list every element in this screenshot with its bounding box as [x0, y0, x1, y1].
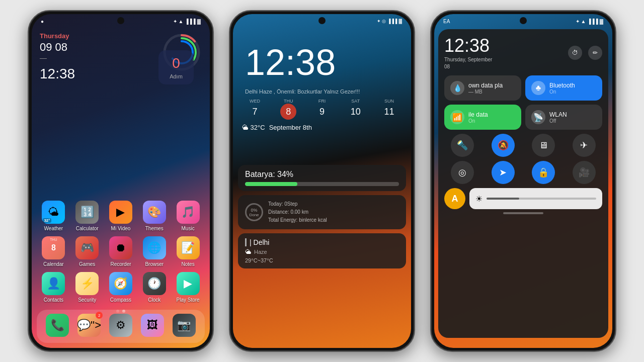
battery-lock: ▓: [398, 19, 402, 24]
cc-tile-grid-1: 💧 own data pla — MB ♣ Bluetooth On: [444, 75, 602, 101]
step-count: 0: [166, 55, 187, 71]
app-music[interactable]: 🎵 Music: [173, 201, 203, 231]
calendar-weather-row: 🌥 32°C September 8th: [238, 122, 406, 133]
app-calculator[interactable]: 🔢 Calculator: [72, 201, 102, 231]
mivideo-label: Mi Video: [111, 226, 131, 231]
app-clock[interactable]: 🕐 Clock: [139, 272, 170, 303]
app-playstore[interactable]: ▶ Play Store: [173, 272, 203, 303]
cc-flashlight-small-btn[interactable]: ⏱: [568, 46, 582, 60]
security-icon: ⚡: [75, 272, 99, 295]
dnd-btn[interactable]: ◎: [451, 161, 474, 184]
data-tile-label: own data pla: [468, 82, 503, 89]
bt-icon: ✦: [173, 19, 177, 24]
wlan-icon: 📡: [531, 110, 545, 124]
steps-widget: 0% Done Today: 0Step Distance: 0.00 km T…: [238, 195, 406, 229]
app-security[interactable]: ⚡ Security: [72, 272, 102, 303]
cc-tile-wlan[interactable]: 📡 WLAN Off: [525, 105, 602, 130]
user-avatar[interactable]: A: [444, 188, 465, 209]
weather-label: Weather: [44, 226, 63, 231]
brightness-slider[interactable]: ☀: [469, 188, 602, 209]
mivideo-icon: ▶: [109, 201, 132, 224]
airplane-btn[interactable]: ✈: [573, 134, 596, 157]
data-tile-sub: — MB: [468, 89, 503, 95]
cc-icon-row-2: ◎ ➤ 🔒 🎥: [444, 161, 602, 184]
video-btn[interactable]: 🎥: [573, 161, 596, 184]
security-label: Security: [78, 297, 96, 303]
app-themes[interactable]: 🎨 Themes: [139, 201, 170, 231]
gallery-icon: 🖼: [141, 314, 164, 337]
punch-hole-3: [520, 17, 527, 24]
wlan-sub: Off: [549, 118, 567, 124]
games-label: Games: [79, 261, 95, 267]
app-recorder[interactable]: ⏺ Recorder: [106, 236, 136, 267]
recorder-label: Recorder: [110, 261, 131, 267]
home-indicator: [503, 212, 543, 214]
wlan-label: WLAN: [549, 111, 567, 118]
steps-details: Today: 0Step Distance: 0.00 km Total Ene…: [268, 200, 327, 224]
app-contacts[interactable]: 👤 Contacts: [38, 272, 68, 303]
app-row-3: 👤 Contacts ⚡ Security 🧭 Compass 🕐 Clock …: [37, 272, 205, 303]
bt-icon-cc: ✦: [576, 19, 580, 24]
music-label: Music: [182, 226, 195, 231]
phone-lock: ✦ ◎ ▐▐▐ ▓ 12:38 Delhi Haze , Önemli: Boz…: [229, 10, 415, 352]
date-number: 09 08: [40, 41, 75, 54]
cc-top-icons: ⏱ ✏: [568, 46, 602, 60]
cc-tile-bluetooth[interactable]: ♣ Bluetooth On: [525, 75, 602, 101]
signal-cc: ▐▐▐: [587, 19, 598, 24]
mute-btn[interactable]: 🔕: [492, 134, 515, 157]
battery-icon: ▓: [197, 19, 201, 24]
clock-label: Clock: [148, 297, 160, 303]
cc-tile-grid-2: 📶 ile data On 📡 WLAN Off: [444, 105, 602, 130]
calculator-icon: 🔢: [75, 201, 99, 224]
cal-day-fri: FRI 9: [311, 99, 333, 120]
phone-lock-screen: ✦ ◎ ▐▐▐ ▓ 12:38 Delhi Haze , Önemli: Boz…: [233, 14, 411, 348]
dock-messenger[interactable]: 💬"> 2: [74, 314, 104, 339]
music-icon: 🎵: [177, 201, 200, 224]
cc-date: Thursday, September08: [444, 56, 492, 70]
app-notes[interactable]: 📝 Notes: [173, 236, 203, 267]
cc-tile-data[interactable]: 💧 own data pla — MB: [444, 75, 521, 101]
data-tile-icon: 💧: [450, 81, 464, 95]
cc-edit-btn[interactable]: ✏: [588, 46, 602, 60]
app-row-1: 🌤 32° Weather 🔢 Calculator ▶ Mi Video 🎨 …: [37, 201, 205, 231]
dock-settings[interactable]: ⚙: [106, 314, 136, 339]
flashlight-btn[interactable]: 🔦: [451, 134, 474, 157]
app-browser[interactable]: 🌐 Browser: [139, 236, 170, 267]
steps-distance: Distance: 0.00 km: [268, 208, 327, 216]
weather-widget-small: | Delhi 🌥 Haze 29°C~37°C: [238, 233, 406, 268]
dock-gallery[interactable]: 🖼: [137, 314, 168, 339]
divider: —: [40, 54, 75, 62]
app-games[interactable]: 🎮 Games: [72, 236, 102, 267]
cal-day-sat: SAT 10: [345, 99, 367, 120]
battery-bar: [245, 182, 399, 186]
phone-home-screen: ● ✦ ▲ ▐▐▐ ▓ Thursday 09 08 — 12:38: [32, 14, 210, 348]
app-calendar[interactable]: 8 THU Calendar: [38, 236, 68, 267]
compass-icon: 🧭: [109, 272, 132, 295]
control-center-panel: 12:38 Thursday, September08 ⏱ ✏ 💧 own da…: [438, 29, 608, 338]
screen-record-btn[interactable]: 🖥: [532, 134, 555, 157]
cc-tile-mobile-data[interactable]: 📶 ile data On: [444, 105, 521, 130]
lock-calendar: WED 7 THU 8 FRI 9 SAT 10 SUN 11: [238, 99, 406, 133]
recorder-icon: ⏺: [109, 236, 132, 259]
steps-content: 0% Done Today: 0Step Distance: 0.00 km T…: [245, 200, 399, 224]
app-mivideo[interactable]: ▶ Mi Video: [106, 201, 136, 231]
weather-temp-lock: 🌥 32°C: [242, 124, 265, 131]
dock-phone[interactable]: 📞: [42, 314, 72, 339]
punch-hole: [117, 17, 124, 24]
wifi-icon: ▲: [179, 19, 184, 24]
steps-circle: 0% Done: [245, 203, 263, 221]
clock-icon: 🕐: [143, 272, 166, 295]
phone-cc: EA ✦ ▲ ▐▐▐ ▓ 12:38 Thursday, September08…: [430, 10, 616, 352]
steps-pct: 0%: [251, 208, 257, 213]
compass-label: Compass: [110, 297, 131, 303]
browser-label: Browser: [145, 261, 164, 267]
app-compass[interactable]: 🧭 Compass: [106, 272, 136, 303]
steps-energy: Total Energy: binlerce kcal: [268, 216, 327, 224]
app-weather[interactable]: 🌤 32° Weather: [38, 201, 68, 231]
bluetooth-tile-label: Bluetooth: [549, 82, 575, 89]
lock-rotation-btn[interactable]: 🔒: [532, 161, 555, 184]
status-time: ●: [41, 19, 44, 24]
mobile-data-icon: 📶: [450, 110, 464, 124]
location-btn[interactable]: ➤: [492, 161, 515, 184]
dock-camera[interactable]: 📷: [169, 314, 199, 339]
